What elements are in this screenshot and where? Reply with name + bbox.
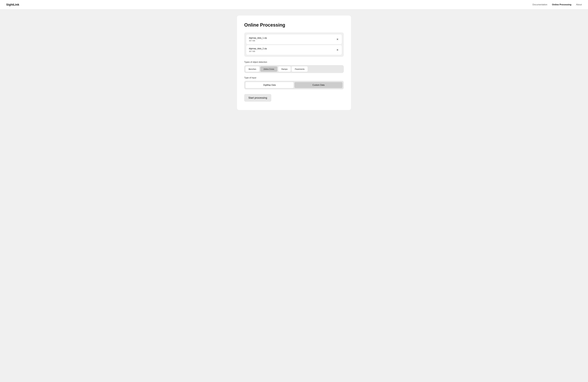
page-container: Online Processing digimap_data_1.zip387 … xyxy=(0,9,588,116)
file-item-1: digimap_data_1.zip387 MB✕ xyxy=(246,35,342,44)
input-type-container: DigiMap DataCustom Data xyxy=(244,81,344,89)
file-remove-button-2[interactable]: ✕ xyxy=(336,48,339,52)
page-title: Online Processing xyxy=(244,22,344,28)
input-type-option-custom-data[interactable]: Custom Data xyxy=(294,82,342,88)
detection-option-zebra-cross[interactable]: Zebra Cross xyxy=(260,66,277,72)
nav-link-documentation[interactable]: Documentation xyxy=(532,3,547,6)
detection-option-pavements[interactable]: Pavements xyxy=(292,66,308,72)
file-info-1: digimap_data_1.zip387 MB xyxy=(249,37,267,42)
nav-links: DocumentationOnline ProcessingAbout xyxy=(532,3,582,6)
file-name-2: digimap_data_2.zip xyxy=(249,47,267,50)
detection-types-container: BenchesZebra CrossRampsPavements xyxy=(244,65,344,73)
input-type-label: Type of Input xyxy=(244,77,344,79)
start-processing-button[interactable]: Start processing xyxy=(244,94,271,102)
nav-link-online-processing[interactable]: Online Processing xyxy=(552,3,571,6)
navbar: SightLink DocumentationOnline Processing… xyxy=(0,0,588,9)
nav-link-about[interactable]: About xyxy=(576,3,582,6)
input-type-option-digimap-data[interactable]: DigiMap Data xyxy=(246,82,294,88)
detection-label: Types of object detection xyxy=(244,61,344,63)
file-name-1: digimap_data_1.zip xyxy=(249,37,267,39)
file-item-2: digimap_data_2.zip387 MB✕ xyxy=(246,45,342,55)
file-list-container: digimap_data_1.zip387 MB✕digimap_data_2.… xyxy=(244,32,344,57)
detection-option-benches[interactable]: Benches xyxy=(246,66,259,72)
file-remove-button-1[interactable]: ✕ xyxy=(336,38,339,41)
detection-option-ramps[interactable]: Ramps xyxy=(278,66,291,72)
file-size-1: 387 MB xyxy=(249,40,267,42)
main-card: Online Processing digimap_data_1.zip387 … xyxy=(237,16,351,110)
file-info-2: digimap_data_2.zip387 MB xyxy=(249,47,267,52)
brand-logo[interactable]: SightLink xyxy=(6,3,19,6)
file-size-2: 387 MB xyxy=(249,50,267,52)
